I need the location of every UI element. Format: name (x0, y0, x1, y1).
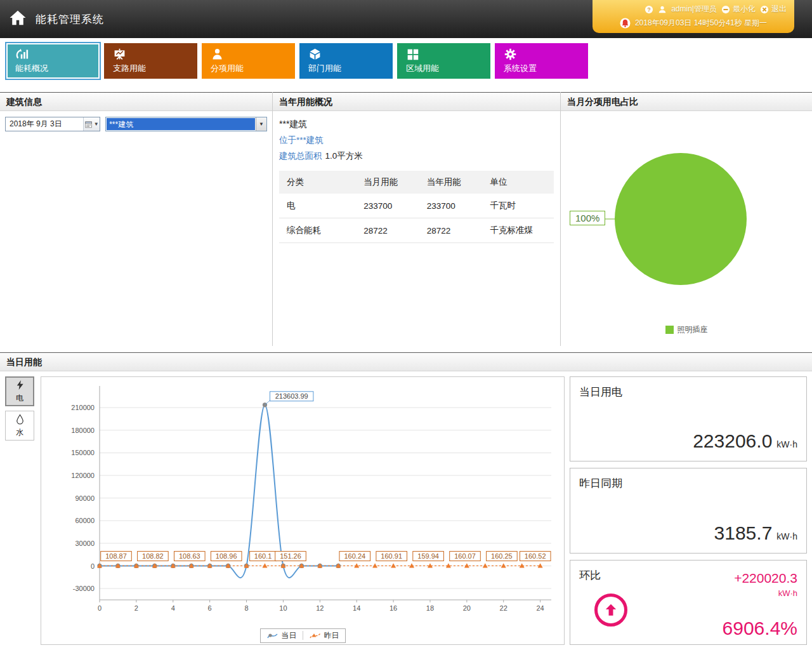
daily-section-body: 电 水 -30000030000600009000012000015000018… (0, 371, 812, 650)
yesterday-usage-value: 3185.7 (714, 522, 773, 544)
svg-text:2: 2 (134, 604, 138, 612)
building-select-value: ***建筑 (107, 118, 255, 130)
logout-button[interactable]: 退出 (760, 4, 787, 15)
svg-text:108.96: 108.96 (216, 552, 237, 560)
select-caret-icon[interactable]: ▼ (256, 117, 266, 131)
building-select[interactable]: ***建筑 ▼ (105, 117, 267, 131)
water-drop-icon (15, 414, 25, 427)
logout-icon (760, 5, 769, 14)
svg-text:?: ? (648, 6, 651, 13)
today-usage-title: 当日用电 (579, 385, 797, 399)
svg-text:12: 12 (316, 604, 324, 612)
table-header-row: 分类 当月用能 当年用能 单位 (279, 171, 554, 194)
date-picker[interactable]: 2018年 9月 3日 ▼ (5, 117, 100, 131)
minimize-icon (721, 5, 730, 14)
building-panel-title: 建筑信息 (0, 92, 272, 111)
chart-legend: 当日 昨日 (260, 628, 346, 643)
svg-text:160.07: 160.07 (454, 552, 476, 560)
svg-text:18: 18 (426, 604, 434, 612)
alarm-bell-icon[interactable] (620, 18, 631, 29)
date-value: 2018年 9月 3日 (6, 119, 83, 129)
home-icon (8, 8, 27, 30)
svg-text:108.87: 108.87 (105, 552, 127, 560)
tab-area-energy[interactable]: 区域用能 (397, 43, 490, 79)
tab-label: 系统设置 (504, 63, 587, 74)
minimize-button[interactable]: 最小化 (721, 4, 756, 15)
pie-percent-label: 100% (570, 211, 605, 225)
tab-electricity-label: 电 (16, 393, 23, 404)
gear-icon (504, 48, 587, 61)
pie-legend[interactable]: 照明插座 (561, 324, 812, 335)
svg-text:16: 16 (390, 604, 397, 612)
table-row: 电 233700 233700 千瓦时 (279, 194, 554, 218)
calendar-caret-icon: ▼ (94, 121, 99, 127)
tab-water[interactable]: 水 (5, 411, 34, 441)
annual-panel-title: 当年用能概况 (273, 92, 560, 111)
building-name: ***建筑 (279, 119, 554, 130)
tab-branch-energy[interactable]: 支路用能 (104, 43, 197, 79)
svg-text:0: 0 (91, 562, 95, 570)
datetime-label: 2018年09月03日 14时50分41秒 星期一 (635, 18, 767, 29)
svg-text:160.24: 160.24 (344, 552, 365, 560)
building-area-value: 1.0平方米 (325, 151, 363, 161)
svg-text:160.25: 160.25 (491, 552, 513, 560)
cell: 233700 (419, 194, 483, 218)
svg-text:120000: 120000 (71, 472, 95, 479)
building-area-link[interactable]: 建筑总面积 (279, 151, 322, 161)
col-header: 当年用能 (419, 171, 483, 194)
pie-panel-title: 当月分项用电占比 (561, 92, 812, 111)
tab-label: 区域用能 (406, 63, 489, 74)
tab-system-settings[interactable]: 系统设置 (495, 43, 588, 79)
svg-text:150000: 150000 (71, 449, 95, 456)
svg-text:180000: 180000 (71, 427, 95, 434)
yesterday-usage-card: 昨日同期 3185.7 kW·h (570, 468, 807, 553)
svg-text:14: 14 (353, 604, 360, 612)
ratio-percent-value: 6906.4% (723, 618, 797, 639)
col-header: 单位 (482, 171, 554, 194)
svg-text:10: 10 (279, 604, 287, 612)
person-icon (211, 48, 294, 61)
cube-icon (308, 48, 391, 61)
app-root: 能耗管理系统 ? admin|管理员 最小化 (0, 0, 812, 650)
daily-chart-box: -300000300006000090000120000150000180000… (41, 376, 565, 645)
cell: 28722 (419, 218, 483, 243)
today-usage-card: 当日用电 223206.0 kW·h (570, 376, 807, 461)
user-label: admin|管理员 (671, 4, 717, 15)
ratio-delta-value: +220020.3 (734, 571, 797, 586)
svg-text:6: 6 (208, 604, 212, 612)
tab-electricity[interactable]: 电 (5, 376, 34, 406)
cell: 千瓦时 (482, 194, 554, 218)
tab-label: 分项用能 (211, 63, 294, 74)
svg-text:108.63: 108.63 (179, 552, 200, 560)
legend-item-yesterday[interactable]: 昨日 (309, 630, 339, 641)
yesterday-usage-unit: kW·h (776, 531, 797, 541)
col-header: 分类 (279, 171, 356, 194)
svg-text:24: 24 (537, 604, 544, 612)
help-icon[interactable]: ? (645, 5, 653, 14)
monthly-pie-panel: 当月分项用电占比 100% 照明插座 (561, 92, 812, 346)
home-button[interactable] (0, 0, 36, 38)
svg-text:159.94: 159.94 (417, 552, 439, 560)
calendar-icon[interactable]: ▼ (83, 117, 100, 131)
yesterday-usage-title: 昨日同期 (579, 476, 797, 491)
yesterday-line-icon (309, 632, 322, 640)
svg-text:30000: 30000 (75, 540, 95, 547)
col-header: 当月用能 (356, 171, 419, 194)
legend-item-today[interactable]: 当日 (266, 630, 297, 641)
trend-up-icon (594, 594, 627, 627)
daily-stats-column: 当日用电 223206.0 kW·h 昨日同期 3185.7 kW·h 环比 +… (570, 376, 807, 645)
svg-text:160.91: 160.91 (381, 552, 402, 560)
tab-subitem-energy[interactable]: 分项用能 (202, 43, 295, 79)
cell: 233700 (356, 194, 419, 218)
svg-text:0: 0 (98, 604, 102, 612)
board-icon (113, 48, 196, 61)
tab-water-label: 水 (16, 427, 23, 438)
building-location-link[interactable]: 位于***建筑 (279, 135, 554, 146)
cell: 综合能耗 (279, 218, 356, 243)
main-nav: 能耗概况 支路用能 分项用能 部门用能 区域用能 (0, 38, 812, 92)
svg-text:108.82: 108.82 (142, 552, 164, 560)
tab-department-energy[interactable]: 部门用能 (299, 43, 393, 79)
lightning-icon (15, 380, 25, 392)
tab-energy-overview[interactable]: 能耗概况 (6, 43, 100, 79)
user-icon (658, 5, 667, 14)
